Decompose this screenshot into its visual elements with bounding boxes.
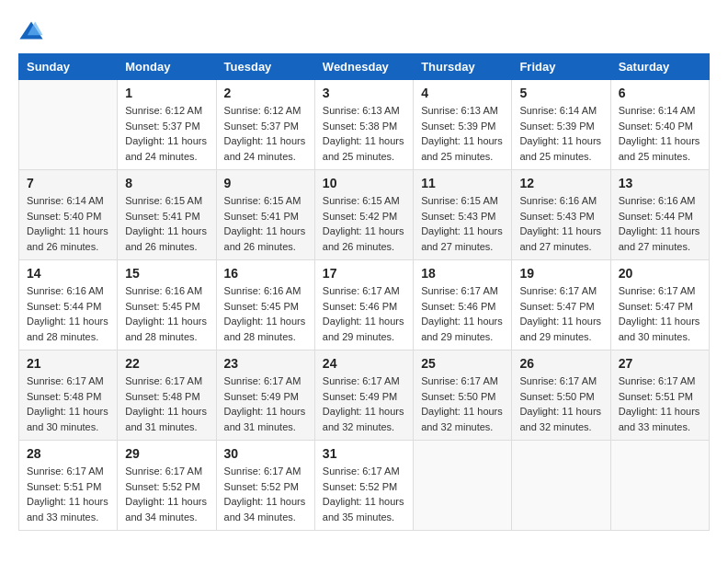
calendar-header-row: SundayMondayTuesdayWednesdayThursdayFrid… xyxy=(19,54,710,80)
day-cell: 13Sunrise: 6:16 AMSunset: 5:44 PMDayligh… xyxy=(610,170,709,260)
day-cell: 7Sunrise: 6:14 AMSunset: 5:40 PMDaylight… xyxy=(19,170,118,260)
day-number: 11 xyxy=(421,176,504,190)
day-number: 20 xyxy=(619,266,701,281)
day-number: 22 xyxy=(125,356,208,371)
day-info: Sunrise: 6:17 AMSunset: 5:52 PMDaylight:… xyxy=(323,464,405,524)
day-number: 15 xyxy=(125,266,208,281)
day-cell: 20Sunrise: 6:17 AMSunset: 5:47 PMDayligh… xyxy=(610,260,709,350)
day-number: 28 xyxy=(27,446,109,461)
day-cell: 1Sunrise: 6:12 AMSunset: 5:37 PMDaylight… xyxy=(118,80,216,170)
col-header-tuesday: Tuesday xyxy=(216,54,314,80)
day-cell: 9Sunrise: 6:15 AMSunset: 5:41 PMDaylight… xyxy=(216,170,314,260)
day-cell: 4Sunrise: 6:13 AMSunset: 5:39 PMDaylight… xyxy=(414,80,512,170)
day-cell: 19Sunrise: 6:17 AMSunset: 5:47 PMDayligh… xyxy=(512,260,610,350)
day-info: Sunrise: 6:15 AMSunset: 5:42 PMDaylight:… xyxy=(323,193,405,254)
day-cell: 10Sunrise: 6:15 AMSunset: 5:42 PMDayligh… xyxy=(314,170,413,260)
logo-icon xyxy=(18,18,44,44)
day-info: Sunrise: 6:14 AMSunset: 5:39 PMDaylight:… xyxy=(519,103,602,164)
col-header-thursday: Thursday xyxy=(414,54,512,80)
day-number: 4 xyxy=(421,86,504,100)
day-cell: 3Sunrise: 6:13 AMSunset: 5:38 PMDaylight… xyxy=(314,80,413,170)
day-info: Sunrise: 6:14 AMSunset: 5:40 PMDaylight:… xyxy=(27,193,109,254)
day-info: Sunrise: 6:13 AMSunset: 5:38 PMDaylight:… xyxy=(323,103,405,164)
day-info: Sunrise: 6:17 AMSunset: 5:50 PMDaylight:… xyxy=(421,373,504,434)
day-number: 24 xyxy=(323,356,405,371)
day-cell: 26Sunrise: 6:17 AMSunset: 5:50 PMDayligh… xyxy=(512,350,610,441)
day-number: 7 xyxy=(27,176,109,190)
col-header-monday: Monday xyxy=(118,54,216,80)
day-number: 30 xyxy=(224,446,307,461)
day-number: 19 xyxy=(519,266,602,281)
day-cell: 22Sunrise: 6:17 AMSunset: 5:48 PMDayligh… xyxy=(118,350,216,441)
day-info: Sunrise: 6:17 AMSunset: 5:49 PMDaylight:… xyxy=(323,373,405,434)
day-cell: 31Sunrise: 6:17 AMSunset: 5:52 PMDayligh… xyxy=(314,441,413,531)
day-info: Sunrise: 6:13 AMSunset: 5:39 PMDaylight:… xyxy=(421,103,504,164)
day-cell: 14Sunrise: 6:16 AMSunset: 5:44 PMDayligh… xyxy=(19,260,118,350)
day-cell: 24Sunrise: 6:17 AMSunset: 5:49 PMDayligh… xyxy=(314,350,413,441)
day-cell xyxy=(414,441,512,531)
day-number: 18 xyxy=(421,266,504,281)
day-number: 8 xyxy=(125,176,208,190)
day-number: 3 xyxy=(323,86,405,100)
day-info: Sunrise: 6:17 AMSunset: 5:50 PMDaylight:… xyxy=(519,373,602,434)
day-info: Sunrise: 6:15 AMSunset: 5:41 PMDaylight:… xyxy=(224,193,307,254)
day-cell: 12Sunrise: 6:16 AMSunset: 5:43 PMDayligh… xyxy=(512,170,610,260)
day-info: Sunrise: 6:17 AMSunset: 5:52 PMDaylight:… xyxy=(224,464,307,524)
day-number: 10 xyxy=(323,176,405,190)
day-number: 26 xyxy=(519,356,602,371)
day-cell: 17Sunrise: 6:17 AMSunset: 5:46 PMDayligh… xyxy=(314,260,413,350)
day-cell: 30Sunrise: 6:17 AMSunset: 5:52 PMDayligh… xyxy=(216,441,314,531)
day-cell: 6Sunrise: 6:14 AMSunset: 5:40 PMDaylight… xyxy=(610,80,709,170)
day-info: Sunrise: 6:12 AMSunset: 5:37 PMDaylight:… xyxy=(125,103,208,164)
day-info: Sunrise: 6:16 AMSunset: 5:43 PMDaylight:… xyxy=(519,193,602,254)
day-info: Sunrise: 6:17 AMSunset: 5:47 PMDaylight:… xyxy=(619,283,701,344)
day-cell: 16Sunrise: 6:16 AMSunset: 5:45 PMDayligh… xyxy=(216,260,314,350)
week-row-5: 28Sunrise: 6:17 AMSunset: 5:51 PMDayligh… xyxy=(19,441,710,531)
week-row-2: 7Sunrise: 6:14 AMSunset: 5:40 PMDaylight… xyxy=(19,170,710,260)
day-number: 5 xyxy=(519,86,602,100)
day-cell xyxy=(610,441,709,531)
day-cell: 27Sunrise: 6:17 AMSunset: 5:51 PMDayligh… xyxy=(610,350,709,441)
day-info: Sunrise: 6:17 AMSunset: 5:51 PMDaylight:… xyxy=(27,464,109,524)
day-cell: 2Sunrise: 6:12 AMSunset: 5:37 PMDaylight… xyxy=(216,80,314,170)
col-header-wednesday: Wednesday xyxy=(314,54,413,80)
day-cell: 15Sunrise: 6:16 AMSunset: 5:45 PMDayligh… xyxy=(118,260,216,350)
day-info: Sunrise: 6:16 AMSunset: 5:44 PMDaylight:… xyxy=(619,193,701,254)
day-info: Sunrise: 6:17 AMSunset: 5:49 PMDaylight:… xyxy=(224,373,307,434)
day-cell: 28Sunrise: 6:17 AMSunset: 5:51 PMDayligh… xyxy=(19,441,118,531)
day-cell: 8Sunrise: 6:15 AMSunset: 5:41 PMDaylight… xyxy=(118,170,216,260)
header xyxy=(18,18,710,44)
day-cell xyxy=(19,80,118,170)
day-number: 13 xyxy=(619,176,701,190)
col-header-friday: Friday xyxy=(512,54,610,80)
col-header-saturday: Saturday xyxy=(610,54,709,80)
day-number: 29 xyxy=(125,446,208,461)
day-number: 2 xyxy=(224,86,307,100)
day-number: 16 xyxy=(224,266,307,281)
day-cell: 29Sunrise: 6:17 AMSunset: 5:52 PMDayligh… xyxy=(118,441,216,531)
day-info: Sunrise: 6:17 AMSunset: 5:52 PMDaylight:… xyxy=(125,464,208,524)
day-number: 23 xyxy=(224,356,307,371)
day-info: Sunrise: 6:14 AMSunset: 5:40 PMDaylight:… xyxy=(619,103,701,164)
day-number: 21 xyxy=(27,356,109,371)
day-number: 9 xyxy=(224,176,307,190)
day-info: Sunrise: 6:17 AMSunset: 5:47 PMDaylight:… xyxy=(519,283,602,344)
day-info: Sunrise: 6:16 AMSunset: 5:44 PMDaylight:… xyxy=(27,283,109,344)
day-cell: 25Sunrise: 6:17 AMSunset: 5:50 PMDayligh… xyxy=(414,350,512,441)
day-number: 25 xyxy=(421,356,504,371)
day-info: Sunrise: 6:17 AMSunset: 5:46 PMDaylight:… xyxy=(421,283,504,344)
day-number: 17 xyxy=(323,266,405,281)
day-cell: 21Sunrise: 6:17 AMSunset: 5:48 PMDayligh… xyxy=(19,350,118,441)
calendar: SundayMondayTuesdayWednesdayThursdayFrid… xyxy=(18,53,710,531)
day-number: 6 xyxy=(619,86,701,100)
logo xyxy=(18,18,48,44)
day-info: Sunrise: 6:15 AMSunset: 5:41 PMDaylight:… xyxy=(125,193,208,254)
day-cell: 23Sunrise: 6:17 AMSunset: 5:49 PMDayligh… xyxy=(216,350,314,441)
day-info: Sunrise: 6:17 AMSunset: 5:48 PMDaylight:… xyxy=(125,373,208,434)
day-number: 14 xyxy=(27,266,109,281)
day-info: Sunrise: 6:15 AMSunset: 5:43 PMDaylight:… xyxy=(421,193,504,254)
day-number: 12 xyxy=(519,176,602,190)
day-cell: 5Sunrise: 6:14 AMSunset: 5:39 PMDaylight… xyxy=(512,80,610,170)
day-info: Sunrise: 6:16 AMSunset: 5:45 PMDaylight:… xyxy=(224,283,307,344)
day-cell: 11Sunrise: 6:15 AMSunset: 5:43 PMDayligh… xyxy=(414,170,512,260)
